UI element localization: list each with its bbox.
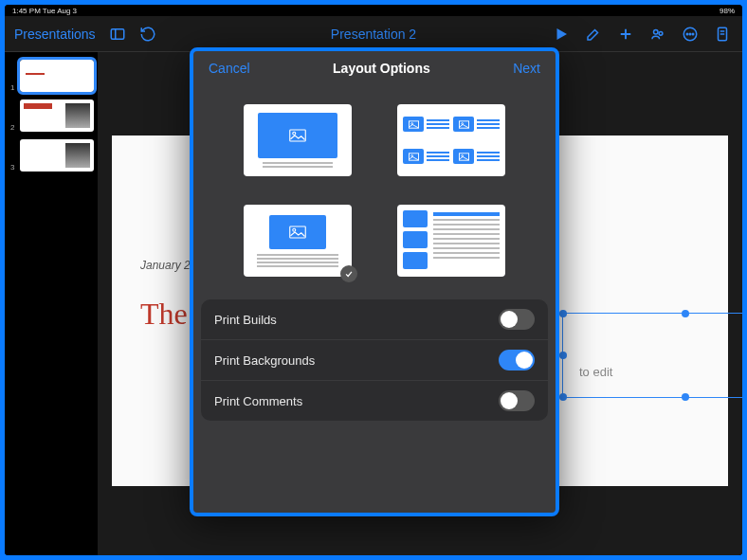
print-settings: Print Builds Print Backgrounds Print Com…: [201, 299, 548, 421]
toggle-print-builds[interactable]: [499, 309, 535, 330]
status-bar: 1:45 PM Tue Aug 3 98%: [5, 5, 742, 16]
svg-marker-2: [557, 28, 568, 40]
thumbnail-panel: 1 2 3: [5, 52, 98, 555]
layout-options-modal: Cancel Layout Options Next: [190, 47, 559, 516]
selection-box[interactable]: [562, 313, 742, 398]
collaborate-icon[interactable]: [649, 26, 666, 43]
back-button[interactable]: Presentations: [14, 27, 96, 42]
svg-point-16: [293, 132, 296, 135]
slide-thumbnail[interactable]: 1: [20, 60, 94, 92]
thumb-number: 3: [10, 163, 14, 172]
cancel-button[interactable]: Cancel: [209, 61, 250, 76]
slide-thumbnail[interactable]: 3: [20, 139, 94, 172]
svg-point-10: [692, 33, 694, 35]
thumb-number: 2: [10, 123, 14, 132]
brush-icon[interactable]: [585, 26, 602, 43]
undo-icon[interactable]: [139, 26, 156, 43]
thumb-number: 1: [10, 83, 14, 92]
svg-rect-15: [290, 130, 306, 141]
svg-point-6: [659, 31, 663, 35]
svg-point-9: [689, 33, 691, 35]
status-battery: 98%: [720, 7, 735, 15]
play-icon[interactable]: [553, 26, 570, 43]
toggle-print-comments[interactable]: [499, 390, 535, 411]
placeholder-text: to edit: [579, 365, 612, 379]
setting-print-builds: Print Builds: [201, 299, 548, 340]
setting-label: Print Backgrounds: [214, 353, 315, 368]
svg-point-8: [686, 33, 688, 35]
checkmark-icon: [340, 265, 357, 282]
setting-label: Print Comments: [214, 394, 302, 408]
slide-title: The: [140, 297, 188, 332]
slide-thumbnail[interactable]: 2: [20, 99, 94, 132]
document-icon[interactable]: [714, 26, 731, 43]
svg-rect-0: [111, 28, 124, 39]
svg-point-26: [293, 228, 296, 231]
modal-header: Cancel Layout Options Next: [193, 51, 556, 85]
svg-point-5: [654, 29, 659, 34]
plus-icon[interactable]: [617, 26, 634, 43]
sidebar-toggle-icon[interactable]: [109, 26, 126, 43]
setting-print-backgrounds: Print Backgrounds: [201, 340, 548, 381]
more-icon[interactable]: [682, 26, 699, 43]
modal-title: Layout Options: [333, 61, 430, 76]
toggle-print-backgrounds[interactable]: [499, 350, 535, 370]
layout-four-up[interactable]: [397, 104, 505, 176]
next-button[interactable]: Next: [513, 61, 540, 76]
layout-grid: [193, 85, 556, 299]
layout-outline[interactable]: [397, 205, 505, 277]
svg-rect-25: [290, 226, 306, 238]
layout-single[interactable]: [244, 104, 352, 176]
status-time: 1:45 PM Tue Aug 3: [12, 7, 77, 15]
setting-print-comments: Print Comments: [201, 381, 548, 421]
setting-label: Print Builds: [214, 313, 277, 327]
layout-with-notes[interactable]: [244, 205, 352, 277]
